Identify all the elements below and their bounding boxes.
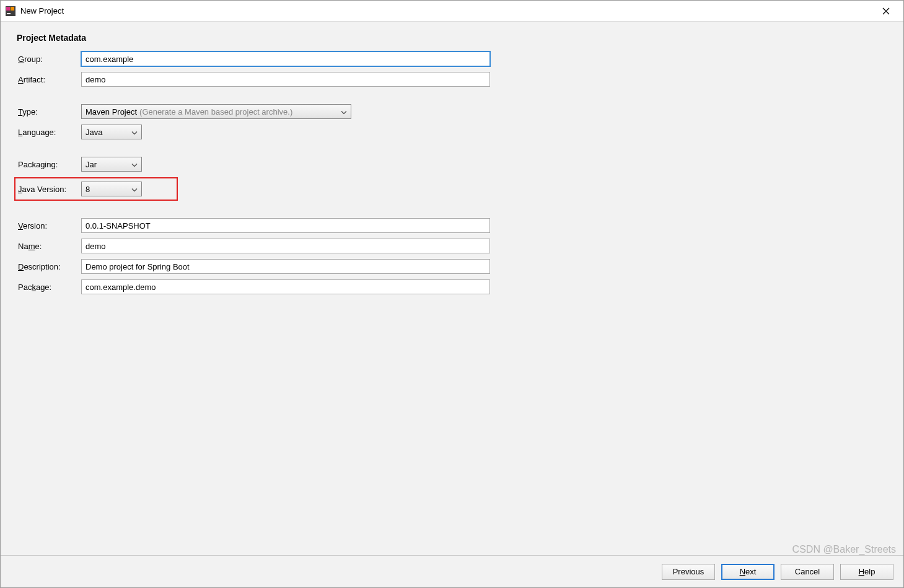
artifact-input[interactable]	[81, 72, 490, 87]
type-value: Maven Project	[86, 107, 137, 116]
type-hint: (Generate a Maven based project archive.…	[139, 107, 292, 116]
chevron-down-icon	[131, 160, 138, 169]
description-label: Description:	[17, 262, 79, 271]
packaging-select[interactable]: Jar	[81, 157, 142, 172]
group-input[interactable]	[81, 51, 490, 66]
java-version-label: Java Version:	[17, 185, 79, 194]
section-title: Project Metadata	[17, 33, 887, 43]
previous-button[interactable]: Previous	[662, 564, 715, 580]
name-label: Name:	[17, 242, 79, 251]
svg-rect-2	[11, 7, 14, 11]
next-button[interactable]: Next	[721, 564, 775, 580]
language-value: Java	[86, 128, 102, 137]
version-input[interactable]	[81, 218, 490, 233]
chevron-down-icon	[341, 107, 347, 116]
language-select[interactable]: Java	[81, 125, 142, 139]
artifact-label: Artifact:	[17, 75, 79, 84]
group-label: Group:	[17, 55, 79, 64]
dialog-content: Project Metadata Group: Artifact: Type: …	[1, 22, 903, 555]
package-input[interactable]	[81, 279, 490, 294]
close-icon	[882, 7, 890, 15]
chevron-down-icon	[131, 128, 138, 137]
version-label: Version:	[17, 221, 79, 230]
packaging-value: Jar	[86, 160, 97, 169]
new-project-dialog: New Project Project Metadata Group: Arti…	[0, 0, 904, 588]
package-label: Package:	[17, 283, 79, 292]
packaging-label: Packaging:	[17, 160, 79, 169]
close-button[interactable]	[875, 3, 897, 19]
cancel-button[interactable]: Cancel	[781, 564, 834, 580]
description-input[interactable]	[81, 259, 490, 274]
titlebar: New Project	[1, 1, 903, 22]
svg-rect-1	[6, 7, 10, 11]
java-version-value: 8	[86, 185, 90, 194]
java-version-row-highlight: Java Version: 8	[14, 177, 178, 201]
name-input[interactable]	[81, 239, 490, 253]
type-label: Type:	[17, 107, 79, 116]
help-button[interactable]: Help	[840, 564, 893, 580]
java-version-select[interactable]: 8	[81, 182, 142, 196]
window-title: New Project	[20, 6, 64, 15]
metadata-form: Group: Artifact: Type: Maven Project (Ge…	[17, 51, 887, 294]
dialog-footer: Previous Next Cancel Help	[1, 555, 903, 587]
language-label: Language:	[17, 128, 79, 137]
svg-rect-3	[7, 13, 11, 14]
chevron-down-icon	[131, 185, 138, 194]
type-select[interactable]: Maven Project (Generate a Maven based pr…	[81, 104, 351, 119]
intellij-icon	[6, 6, 15, 16]
